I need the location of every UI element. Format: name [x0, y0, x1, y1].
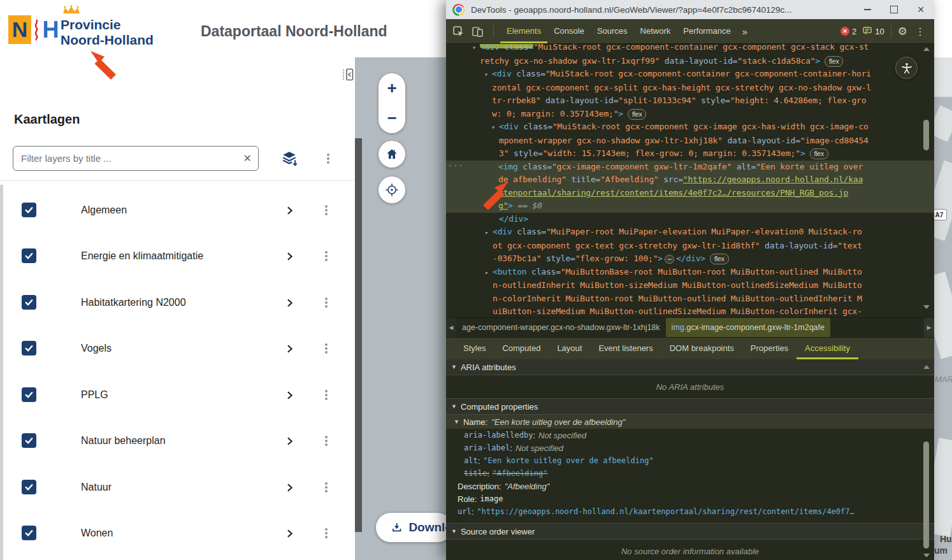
home-extent-button[interactable]	[379, 141, 405, 168]
clear-filter-icon[interactable]: ✕	[243, 152, 252, 164]
tab-network[interactable]: Network	[634, 19, 677, 43]
pnh-logo[interactable]: N H	[8, 15, 61, 44]
layer-checkbox[interactable]	[22, 526, 36, 540]
layer-menu-button[interactable]	[319, 480, 334, 495]
layer-filter-input[interactable]	[20, 152, 243, 164]
code-line[interactable]: retchy gcx-no-shadow gxw-ltr-1xqrf99" da…	[446, 55, 934, 68]
divider	[0, 180, 355, 181]
breadcrumb-item[interactable]: img.gcx-image-component.gxw-ltr-1m2qafe	[666, 318, 830, 337]
devtools-titlebar[interactable]: DevTools - geoapps.noord-holland.nl/GeoW…	[446, 0, 934, 19]
layer-checkbox[interactable]	[22, 341, 36, 355]
collapse-panel-button[interactable]	[342, 68, 354, 82]
tab-performance[interactable]: Performance	[677, 19, 737, 43]
layer-menu-button[interactable]	[319, 203, 334, 218]
code-line[interactable]: de afbeelding" title="Afbeelding" src="h…	[446, 173, 934, 187]
expand-layer-chevron-icon[interactable]	[282, 526, 297, 541]
expand-layer-chevron-icon[interactable]	[282, 295, 297, 310]
code-line[interactable]: <img class="gcx-image-component gxw-ltr-…	[446, 161, 934, 174]
layer-checkbox[interactable]	[22, 387, 36, 402]
settings-gear-icon[interactable]: ⚙	[898, 25, 907, 38]
layer-checkbox[interactable]	[22, 248, 36, 263]
tab-console[interactable]: Console	[547, 19, 591, 43]
tab-elements[interactable]: Elements	[500, 19, 547, 43]
expand-layer-chevron-icon[interactable]	[282, 480, 297, 495]
code-line[interactable]: </div>	[446, 213, 934, 226]
maximize-button[interactable]	[881, 0, 907, 19]
zoom-out-button[interactable]: −	[379, 103, 405, 133]
code-line[interactable]: rtenportaal/sharing/rest/content/items/4…	[446, 187, 934, 200]
code-line[interactable]: -0367bc1a" style="flex-grow: 100;">⋯</di…	[446, 252, 934, 266]
layer-checkbox[interactable]	[22, 433, 36, 448]
code-line[interactable]: ▾<div class="MuiStack-root gcx-component…	[446, 120, 934, 134]
layer-menu-button[interactable]	[319, 295, 334, 310]
devtools-menu-icon[interactable]: ⋮	[911, 25, 929, 38]
source-order-section-header[interactable]: ▼ Source order viewer	[446, 523, 934, 540]
code-line[interactable]: tr-rrbek8" data-layout-id="split-10133c9…	[446, 94, 934, 108]
code-line[interactable]: ▾<div class="MuiStack-root gcx-component…	[446, 44, 934, 55]
code-line[interactable]: n-colorInherit MuiButton-root MuiButton-…	[446, 292, 934, 306]
scroll-down-arrow[interactable]	[923, 305, 930, 309]
breadcrumb-back-button[interactable]: ◀	[446, 318, 456, 337]
code-line[interactable]: 3" style="width: 15.7143em; flex-grow: 0…	[446, 147, 934, 161]
minimize-button[interactable]	[854, 0, 881, 19]
expand-layer-chevron-icon[interactable]	[282, 433, 297, 449]
code-line[interactable]: mponent-wrapper gcx-no-shadow gxw-ltr-1x…	[446, 134, 934, 148]
tab-properties[interactable]: Properties	[742, 338, 797, 359]
a11y-scrollbar-thumb[interactable]	[923, 442, 929, 549]
code-line[interactable]: n-outlinedInherit MuiButton-sizeMedium M…	[446, 279, 934, 292]
locate-me-button[interactable]	[379, 176, 405, 203]
elements-scrollbar-thumb[interactable]	[923, 120, 929, 150]
accessibility-overlay-icon[interactable]	[895, 57, 918, 79]
download-button[interactable]: Downlo	[376, 513, 452, 542]
tab-computed[interactable]: Computed	[494, 338, 549, 359]
layer-menu-button[interactable]	[319, 341, 334, 356]
inspect-element-button[interactable]	[449, 19, 468, 43]
layer-menu-button[interactable]	[319, 248, 334, 264]
tab-dom-breakpoints[interactable]: DOM breakpoints	[661, 338, 742, 359]
device-toolbar-button[interactable]	[468, 19, 487, 43]
code-line[interactable]: ▾<div class="MuiStack-root gcx-component…	[446, 68, 934, 82]
code-line[interactable]: ot gcx-component gcx-text gcx-stretchy g…	[446, 240, 934, 253]
issues-badge[interactable]: 10	[863, 27, 884, 36]
tab-sources[interactable]: Sources	[591, 19, 634, 43]
computed-properties-section-header[interactable]: ▼ Computed properties	[446, 398, 934, 415]
expand-layer-chevron-icon[interactable]	[282, 387, 297, 403]
panel-edge-strip	[355, 138, 362, 532]
tab-event-listeners[interactable]: Event listeners	[590, 338, 661, 359]
layer-checkbox[interactable]	[22, 295, 36, 310]
scroll-up-arrow[interactable]	[923, 365, 930, 369]
tab-accessibility[interactable]: Accessibility	[797, 338, 858, 359]
code-line[interactable]: w: 0; margin: 0.357143em;">flex	[446, 108, 934, 121]
layer-checkbox[interactable]	[22, 203, 36, 217]
breadcrumb-forward-button[interactable]: ▶	[924, 318, 934, 337]
a11y-name-row[interactable]: ▼Name:"Een korte uitleg over de afbeeldi…	[446, 415, 934, 429]
layer-checkbox[interactable]	[22, 480, 36, 494]
zoom-in-button[interactable]: +	[379, 73, 405, 103]
layer-menu-button[interactable]	[319, 387, 334, 403]
code-line[interactable]: zontal gcx-component gcx-split gcx-has-h…	[446, 82, 934, 95]
reorder-layers-button[interactable]	[279, 148, 301, 169]
scroll-down-arrow[interactable]	[923, 554, 930, 557]
close-button[interactable]: ✕	[907, 0, 934, 19]
layers-icon	[282, 150, 298, 167]
layer-menu-button[interactable]	[319, 433, 334, 449]
code-line[interactable]: ▸<button class="MuiButtonBase-root MuiBu…	[446, 266, 934, 280]
scroll-up-arrow[interactable]	[923, 47, 930, 51]
layers-menu-button[interactable]	[317, 148, 339, 169]
layer-menu-button[interactable]	[319, 526, 334, 541]
code-line[interactable]: ▸<div class="MuiPaper-root MuiPaper-elev…	[446, 226, 934, 240]
aria-attributes-section-header[interactable]: ▼ ARIA attributes	[446, 359, 934, 375]
layer-row: Energie en klimaatmitigatie	[0, 246, 355, 266]
code-line[interactable]: g"> == $0	[446, 199, 934, 213]
error-count-badge[interactable]: ✕ 2	[840, 27, 856, 36]
expand-layer-chevron-icon[interactable]	[282, 248, 297, 264]
code-line[interactable]: uiButton-sizeMedium MuiButton-outlinedSi…	[446, 305, 934, 317]
tab-layout[interactable]: Layout	[549, 338, 590, 359]
layer-list-scrollbar[interactable]	[0, 185, 3, 560]
tab-styles[interactable]: Styles	[455, 338, 494, 359]
expand-layer-chevron-icon[interactable]	[282, 203, 297, 218]
expand-layer-chevron-icon[interactable]	[282, 341, 297, 356]
device-icon	[472, 26, 483, 37]
more-tabs-button[interactable]: »	[737, 26, 753, 37]
breadcrumb-item[interactable]: age-component-wrapper.gcx-no-shadow.gxw-…	[456, 318, 666, 337]
